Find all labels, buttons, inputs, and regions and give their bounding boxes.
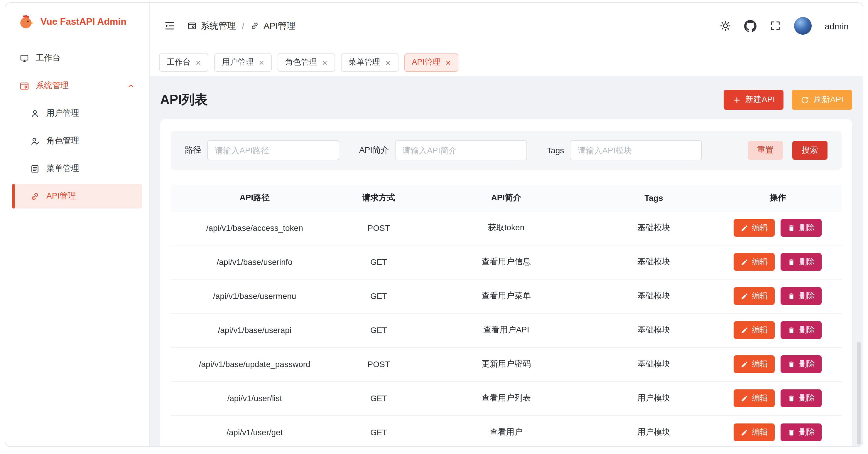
table-row: /api/v1/base/usermenuGET查看用户菜单基础模块编辑删除 — [171, 279, 842, 313]
column-header-path: API路径 — [171, 185, 339, 211]
sidebar-item-label: 工作台 — [36, 53, 60, 63]
tab-label: 用户管理 — [222, 57, 254, 67]
tab-menus[interactable]: 菜单管理× — [341, 53, 399, 72]
create-api-button[interactable]: 新建API — [724, 90, 784, 110]
theme-sun-icon[interactable] — [719, 20, 731, 32]
cell-summary: 获取token — [419, 211, 593, 245]
tab-workbench[interactable]: 工作台× — [159, 53, 209, 72]
sidebar-item-system[interactable]: 系统管理 — [12, 74, 142, 98]
user-icon — [30, 108, 40, 118]
table-row: /api/v1/user/getGET查看用户用户模块编辑删除 — [171, 415, 842, 446]
api-link-icon — [250, 21, 259, 31]
breadcrumb: 系统管理 / API管理 — [187, 20, 296, 31]
search-button[interactable]: 搜索 — [792, 141, 828, 160]
trash-icon — [788, 326, 796, 334]
tab-close-icon[interactable]: × — [259, 58, 265, 67]
sidebar-item-users[interactable]: 用户管理 — [12, 101, 142, 126]
cell-tags: 基础模块 — [593, 279, 714, 313]
fullscreen-icon[interactable] — [769, 20, 781, 32]
delete-label: 删除 — [799, 291, 815, 301]
tab-close-icon[interactable]: × — [322, 58, 328, 67]
edit-label: 编辑 — [752, 359, 768, 369]
sidebar-item-api[interactable]: API管理 — [12, 184, 142, 208]
delete-button[interactable]: 删除 — [781, 219, 822, 237]
api-list-card: 路径 API简介 Tags 重置 搜索 — [160, 119, 852, 446]
cell-summary: 更新用户密码 — [419, 347, 593, 381]
delete-button[interactable]: 删除 — [781, 423, 822, 441]
trash-icon — [788, 428, 796, 436]
delete-button[interactable]: 删除 — [781, 321, 822, 339]
pencil-icon — [741, 394, 749, 402]
delete-button[interactable]: 删除 — [781, 253, 822, 271]
cell-summary: 查看用户菜单 — [419, 279, 593, 313]
edit-button[interactable]: 编辑 — [734, 253, 775, 271]
edit-button[interactable]: 编辑 — [734, 321, 775, 339]
cell-method: POST — [339, 347, 419, 381]
sidebar-item-roles[interactable]: 角色管理 — [12, 129, 142, 153]
tab-close-icon[interactable]: × — [196, 58, 201, 67]
column-header-tags: Tags — [593, 185, 714, 211]
cell-method: POST — [339, 211, 419, 245]
table-row: /api/v1/base/update_passwordPOST更新用户密码基础… — [171, 347, 842, 381]
tab-label: 菜单管理 — [349, 57, 380, 67]
tab-close-icon[interactable]: × — [385, 58, 391, 67]
sidebar-item-workbench[interactable]: 工作台 — [12, 46, 142, 70]
cell-tags: 用户模块 — [593, 415, 714, 446]
tags-input[interactable] — [570, 140, 702, 160]
sidebar-item-label: 用户管理 — [46, 108, 79, 119]
menu-list-icon — [30, 164, 40, 174]
tab-roles[interactable]: 角色管理× — [278, 53, 335, 72]
column-header-summary: API简介 — [419, 185, 593, 211]
path-input[interactable] — [207, 140, 339, 160]
cell-actions: 编辑删除 — [714, 347, 842, 381]
edit-label: 编辑 — [752, 427, 768, 437]
scrollbar-thumb[interactable] — [857, 342, 861, 445]
chicken-logo-icon — [17, 13, 35, 31]
sidebar-item-label: 角色管理 — [46, 136, 79, 146]
cell-tags: 基础模块 — [593, 347, 714, 381]
summary-input[interactable] — [395, 140, 527, 160]
collapse-sidebar-icon[interactable] — [164, 20, 176, 32]
breadcrumb-item-system[interactable]: 系统管理 — [187, 20, 236, 31]
filter-summary: API简介 — [359, 140, 527, 160]
chevron-up-icon — [127, 82, 135, 90]
logo[interactable]: Vue FastAPI Admin — [5, 3, 149, 40]
tab-users[interactable]: 用户管理× — [215, 53, 272, 72]
edit-label: 编辑 — [752, 223, 768, 233]
tab-label: 工作台 — [167, 57, 190, 67]
username[interactable]: admin — [825, 21, 849, 31]
github-icon[interactable] — [744, 20, 756, 32]
cell-actions: 编辑删除 — [714, 279, 842, 313]
edit-button[interactable]: 编辑 — [734, 355, 775, 373]
tab-close-icon[interactable]: × — [446, 58, 451, 67]
refresh-api-button[interactable]: 刷新API — [792, 90, 852, 110]
tab-label: 角色管理 — [285, 57, 317, 67]
delete-label: 删除 — [799, 427, 815, 437]
cell-api-path: /api/v1/base/userapi — [171, 313, 339, 347]
cell-method: GET — [339, 313, 419, 347]
avatar[interactable] — [794, 17, 812, 35]
delete-button[interactable]: 删除 — [781, 287, 822, 305]
cell-method: GET — [339, 245, 419, 279]
sidebar-item-label: 菜单管理 — [46, 163, 79, 174]
cell-actions: 编辑删除 — [714, 381, 842, 415]
breadcrumb-item-api[interactable]: API管理 — [250, 20, 295, 31]
delete-button[interactable]: 删除 — [781, 355, 822, 373]
delete-button[interactable]: 删除 — [781, 389, 822, 407]
pencil-icon — [741, 360, 749, 368]
edit-button[interactable]: 编辑 — [734, 423, 775, 441]
edit-button[interactable]: 编辑 — [734, 287, 775, 305]
edit-button[interactable]: 编辑 — [734, 389, 775, 407]
sidebar-item-menus[interactable]: 菜单管理 — [12, 156, 142, 181]
page-header: API列表 新建API — [150, 76, 863, 119]
tab-bar: 工作台×用户管理×角色管理×菜单管理×API管理× — [150, 49, 863, 76]
cell-api-path: /api/v1/base/access_token — [171, 211, 339, 245]
role-user-check-icon — [30, 136, 40, 146]
system-window-gear-icon — [187, 21, 196, 31]
tab-api[interactable]: API管理× — [404, 53, 458, 72]
edit-button[interactable]: 编辑 — [734, 219, 775, 237]
reset-button[interactable]: 重置 — [748, 141, 783, 160]
app-window: Vue FastAPI Admin 工作台 系统管理 — [5, 2, 863, 447]
column-header-method: 请求方式 — [339, 185, 419, 211]
cell-method: GET — [339, 279, 419, 313]
